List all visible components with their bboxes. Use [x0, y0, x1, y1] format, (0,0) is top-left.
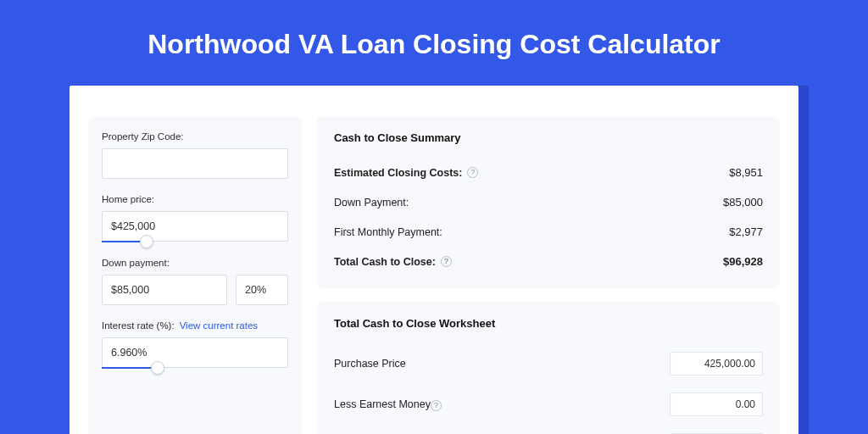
down-payment-label: Down payment: [102, 258, 288, 268]
zip-label: Property Zip Code: [102, 131, 288, 142]
worksheet-row-label: Less Earnest Money? [334, 398, 442, 411]
worksheet-row-value-input[interactable] [670, 352, 763, 376]
results-panel: Cash to Close Summary Estimated Closing … [317, 116, 780, 434]
summary-row: Total Cash to Close:?$96,928 [334, 247, 763, 276]
summary-row-label-text: Estimated Closing Costs: [334, 167, 462, 179]
down-payment-row [102, 275, 288, 305]
field-zip: Property Zip Code: [102, 131, 288, 179]
worksheet-row-label-text: Purchase Price [334, 358, 406, 370]
worksheet-section: Total Cash to Close Worksheet Purchase P… [317, 302, 780, 434]
down-payment-pct-input[interactable] [236, 275, 288, 305]
view-rates-link[interactable]: View current rates [180, 320, 258, 331]
home-price-slider-track [102, 241, 147, 242]
summary-row-value: $85,000 [723, 196, 763, 209]
summary-row-label: First Monthly Payment: [334, 226, 442, 238]
worksheet-row-label: Purchase Price [334, 358, 406, 370]
summary-row-label-text: Down Payment: [334, 197, 409, 209]
summary-row-label: Estimated Closing Costs:? [334, 167, 478, 179]
down-payment-input[interactable] [102, 275, 227, 305]
home-price-slider-thumb[interactable] [140, 235, 153, 248]
interest-slider-track [102, 367, 158, 369]
help-icon[interactable]: ? [441, 256, 452, 267]
inputs-panel: Property Zip Code: Home price: Down paym… [88, 116, 302, 434]
zip-input[interactable] [102, 148, 288, 179]
summary-row-value: $8,951 [729, 166, 763, 179]
home-price-input[interactable] [102, 211, 288, 242]
summary-row-label-text: First Monthly Payment: [334, 226, 442, 238]
home-price-label: Home price: [102, 194, 288, 204]
interest-input[interactable] [102, 337, 288, 368]
summary-section: Cash to Close Summary Estimated Closing … [317, 116, 780, 288]
summary-row-value: $2,977 [729, 225, 763, 238]
interest-label: Interest rate (%): [102, 320, 175, 331]
summary-title: Cash to Close Summary [334, 131, 763, 144]
worksheet-title: Total Cash to Close Worksheet [334, 317, 763, 330]
field-interest: Interest rate (%): View current rates [102, 320, 288, 369]
summary-row: Down Payment:$85,000 [334, 187, 763, 217]
interest-slider[interactable] [102, 337, 288, 369]
field-home-price: Home price: [102, 194, 288, 242]
worksheet-row: Total Mortgage Loan Amount [334, 425, 763, 434]
worksheet-row-label-text: Less Earnest Money [334, 398, 431, 410]
card-inner: Property Zip Code: Home price: Down paym… [70, 86, 798, 434]
calculator-stage: Property Zip Code: Home price: Down paym… [70, 86, 798, 434]
home-price-slider[interactable] [102, 211, 288, 242]
worksheet-row: Purchase Price [334, 343, 763, 384]
summary-row: First Monthly Payment:$2,977 [334, 217, 763, 247]
worksheet-row: Less Earnest Money? [334, 384, 763, 425]
page-title: Northwood VA Loan Closing Cost Calculato… [0, 0, 868, 75]
help-icon[interactable]: ? [431, 400, 442, 411]
summary-row-label: Total Cash to Close:? [334, 256, 452, 268]
summary-row: Estimated Closing Costs:?$8,951 [334, 158, 763, 187]
summary-row-label-text: Total Cash to Close: [334, 256, 436, 268]
interest-label-row: Interest rate (%): View current rates [102, 320, 288, 331]
help-icon[interactable]: ? [467, 167, 478, 178]
field-down-payment: Down payment: [102, 258, 288, 305]
interest-slider-thumb[interactable] [151, 361, 164, 375]
summary-row-value: $96,928 [723, 255, 763, 268]
calculator-card: Property Zip Code: Home price: Down paym… [70, 86, 798, 434]
worksheet-row-value-input[interactable] [670, 392, 763, 416]
summary-row-label: Down Payment: [334, 197, 409, 209]
